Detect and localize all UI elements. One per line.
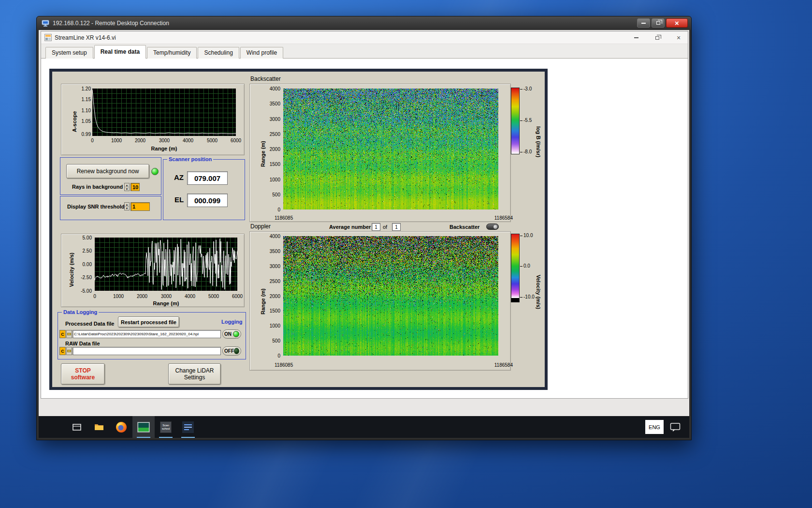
notes-app-button[interactable] [177, 416, 199, 438]
axis-tick: 3500 [266, 101, 280, 106]
rdp-titlebar[interactable]: 192.168.0.122 - Remote Desktop Connectio… [37, 16, 691, 30]
raw-drive-selector[interactable]: C [59, 347, 66, 355]
app-titlebar[interactable]: StreamLine XR v14-6.vi × [41, 31, 688, 44]
ascope-x-axis-label: Range (m) [92, 146, 236, 151]
axis-tick: 2.50 [73, 248, 92, 254]
rdp-title: 192.168.0.122 - Remote Desktop Connectio… [53, 20, 169, 27]
colorbar-tick: -8.0 [520, 149, 532, 154]
processed-path-field[interactable]: C:\Lidar\Data\Proc\2023\202309\20230920\… [72, 330, 221, 338]
axis-tick: 1.05 [74, 119, 91, 124]
action-center-button[interactable] [670, 422, 681, 432]
colorbar-tick: -10.0 [520, 295, 535, 299]
backscatter-colorbar [511, 88, 520, 154]
stop-line1: STOP [75, 367, 90, 374]
axis-tick: 5000 [205, 294, 222, 299]
rdp-restore-button[interactable] [652, 18, 665, 28]
axis-tick: 1000 [266, 323, 280, 329]
rdp-minimize-button[interactable] [637, 18, 650, 28]
snr-box: Display SNR threshold ▲▼ 1 [60, 196, 161, 220]
axis-tick: 500 [266, 192, 280, 197]
el-label: EL [174, 195, 184, 204]
axis-tick: 1.20 [74, 86, 91, 91]
background-box: Renew background now Rays in background … [60, 157, 161, 195]
data-logging-title: Data Logging [62, 309, 99, 315]
axis-tick: 3000 [156, 138, 173, 143]
snr-threshold-label: Display SNR threshold [67, 204, 125, 209]
axis-tick: 3000 [266, 117, 280, 122]
restart-processed-file-label: Restart processed file [121, 319, 176, 325]
tab-bar: System setup Real time data Temp/humidit… [41, 44, 688, 59]
app-restore-button[interactable] [653, 33, 662, 42]
background-led [151, 168, 159, 175]
axis-tick: 2000 [131, 138, 149, 143]
restart-processed-file-button[interactable]: Restart processed file [118, 316, 179, 328]
renew-background-button[interactable]: Renew background now [66, 164, 149, 179]
rays-stepper[interactable]: ▲▼ [124, 183, 130, 191]
axis-tick: 5000 [203, 138, 221, 143]
axis-tick: -5.00 [73, 288, 92, 294]
raw-logging-toggle[interactable]: OFF [222, 346, 241, 356]
raw-browse-button[interactable] [66, 347, 72, 355]
app-close-button[interactable]: × [674, 33, 683, 42]
change-lidar-settings-button[interactable]: Change LiDAR Settings [168, 363, 221, 385]
scanner-position-title: Scanner position [167, 156, 213, 163]
logging-label: Logging [221, 319, 242, 325]
taskbar: Scansched ENG [39, 416, 689, 438]
file-explorer-button[interactable] [88, 416, 110, 438]
az-label: AZ [174, 173, 184, 181]
processed-logging-toggle[interactable]: ON [222, 329, 241, 339]
backscatter-toggle-switch[interactable] [486, 224, 499, 230]
language-indicator[interactable]: ENG [645, 420, 664, 434]
rdp-close-button[interactable]: × [666, 18, 688, 28]
ascope-graph: A-scope 1.20 1.15 1.10 1.05 0.99 0 1000 … [61, 84, 245, 155]
streamline-app-button[interactable] [132, 416, 155, 438]
firefox-button[interactable] [110, 416, 132, 438]
raw-path-field[interactable] [72, 347, 221, 355]
stop-software-button[interactable]: STOP software [61, 363, 105, 385]
axis-tick: 0.99 [74, 132, 91, 137]
data-logging-box: Data Logging Processed Data file Restart… [58, 312, 246, 359]
doppler-graph: Range (m) 4000 3500 3000 2500 2000 1500 … [249, 231, 545, 373]
tab-temp-humidity[interactable]: Temp/humidity [147, 47, 197, 59]
remote-desktop: StreamLine XR v14-6.vi × System setup Re… [39, 30, 689, 438]
rays-in-background-label: Rays in background [72, 184, 123, 190]
rays-value-field[interactable]: 10 [130, 183, 140, 191]
app-minimize-button[interactable] [632, 33, 640, 42]
on-label: ON [224, 331, 232, 337]
snr-value-field[interactable]: 1 [130, 202, 150, 211]
processed-browse-button[interactable] [66, 330, 72, 338]
desktop: 192.168.0.122 - Remote Desktop Connectio… [0, 0, 812, 508]
time-axis-start: 1186085 [275, 215, 318, 221]
average-total-field[interactable]: 1 [392, 223, 401, 231]
backscatter-plot-area [283, 89, 498, 209]
change-line2: Settings [184, 374, 205, 381]
processed-drive-selector[interactable]: C [59, 330, 66, 338]
axis-tick: 2500 [266, 279, 280, 284]
axis-tick: 6000 [227, 138, 245, 143]
task-view-icon [71, 421, 83, 433]
tab-real-time-data[interactable]: Real time data [94, 45, 146, 59]
tab-wind-profile[interactable]: Wind profile [240, 47, 283, 59]
folder-icon [67, 333, 71, 335]
labview-vi-icon [44, 34, 52, 41]
off-label: OFF [224, 348, 234, 354]
axis-tick: 2000 [266, 294, 280, 299]
tab-scheduling[interactable]: Scheduling [198, 47, 239, 59]
axis-tick: -2.50 [73, 275, 92, 280]
ascope-plot-area [92, 89, 236, 136]
scan-scheduler-button[interactable]: Scansched [155, 416, 177, 438]
notes-app-icon [182, 421, 194, 433]
colorbar-tick: 10.0 [520, 233, 533, 238]
axis-tick: 1500 [266, 162, 280, 167]
snr-stepper[interactable]: ▲▼ [124, 202, 130, 210]
time-axis-end: 1186584 [469, 215, 513, 221]
task-view-button[interactable] [66, 416, 88, 438]
tab-system-setup[interactable]: System setup [45, 47, 93, 59]
axis-tick: 3500 [266, 249, 280, 254]
axis-tick: 6000 [229, 294, 246, 299]
average-number-field[interactable]: 1 [372, 223, 380, 231]
axis-tick: 3000 [266, 264, 280, 269]
axis-tick: 2500 [266, 132, 280, 137]
app-window: StreamLine XR v14-6.vi × System setup Re… [41, 31, 688, 399]
axis-tick: 1000 [266, 177, 280, 182]
